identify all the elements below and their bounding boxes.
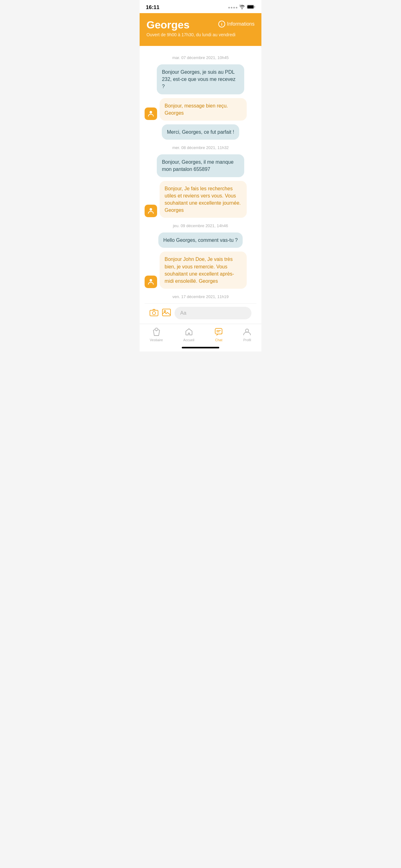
svg-point-6 xyxy=(153,312,156,315)
svg-point-10 xyxy=(245,329,248,332)
status-bar: 16:11 xyxy=(140,0,261,13)
accueil-icon xyxy=(185,328,193,337)
agent-avatar xyxy=(144,107,157,120)
agent-avatar xyxy=(144,205,157,217)
svg-rect-1 xyxy=(247,5,254,8)
message-input[interactable] xyxy=(175,307,252,319)
profil-icon xyxy=(243,328,251,337)
nav-vestiaire[interactable]: Vestiaire xyxy=(145,327,168,343)
date-separator: jeu. 09 décembre 2021, 14h46 xyxy=(144,223,257,228)
info-circle-icon: i xyxy=(218,21,225,28)
agent-message: Bonjour, Je fais les recherches utiles e… xyxy=(160,181,247,218)
user-message: Merci, Georges, ce fut parfait ! xyxy=(162,124,239,140)
signal-icon xyxy=(228,7,237,8)
chat-icon xyxy=(214,328,223,337)
svg-rect-9 xyxy=(215,329,222,334)
chat-area: mar. 07 décembre 2021, 10h45Bonjour Geor… xyxy=(140,42,261,324)
message-row: Bonjour, Georges, il me manque mon panta… xyxy=(144,154,257,177)
info-label: Informations xyxy=(227,21,255,27)
contact-subtitle: Ouvert de 9h00 à 17h30, du lundi au vend… xyxy=(146,32,255,37)
bottom-nav: Vestiaire Accueil Chat Profil xyxy=(140,324,261,344)
agent-avatar xyxy=(144,276,157,288)
agent-message: Bonjour John Doe, Je vais très bien, je … xyxy=(160,251,247,289)
date-separator: mar. 07 décembre 2021, 10h45 xyxy=(144,55,257,60)
nav-accueil-label: Accueil xyxy=(183,338,194,342)
image-button[interactable] xyxy=(162,309,171,317)
user-message: Hello Georges, comment vas-tu ? xyxy=(158,232,243,248)
date-separator: ven. 17 décembre 2021, 11h19 xyxy=(144,294,257,299)
message-row: Bonjour, Je fais les recherches utiles e… xyxy=(144,181,257,218)
camera-button[interactable] xyxy=(149,309,158,317)
message-row: Hello Georges, comment vas-tu ? xyxy=(144,232,257,248)
message-row: Merci, Georges, ce fut parfait ! xyxy=(144,124,257,140)
nav-chat-label: Chat xyxy=(215,338,222,342)
nav-accueil[interactable]: Accueil xyxy=(178,327,199,343)
status-time: 16:11 xyxy=(146,4,159,11)
message-row: Bonjour John Doe, Je vais très bien, je … xyxy=(144,251,257,289)
svg-rect-2 xyxy=(149,115,152,115)
user-message: Bonjour, Georges, il me manque mon panta… xyxy=(157,154,244,177)
info-button[interactable]: i Informations xyxy=(218,21,255,28)
wifi-icon xyxy=(239,5,245,10)
input-bar xyxy=(144,303,257,324)
vestiaire-icon xyxy=(153,328,161,337)
contact-name: Georges xyxy=(146,19,190,31)
message-row: Bonjour Georges, je suis au PDL 232, est… xyxy=(144,64,257,94)
nav-vestiaire-label: Vestiaire xyxy=(150,338,163,342)
date-separator: mer. 08 décembre 2021, 11h32 xyxy=(144,145,257,150)
svg-rect-7 xyxy=(162,309,170,316)
status-icons xyxy=(228,5,255,10)
chat-header: Georges i Informations Ouvert de 9h00 à … xyxy=(140,13,261,46)
nav-chat[interactable]: Chat xyxy=(209,327,228,343)
svg-rect-5 xyxy=(150,310,158,316)
agent-message: Bonjour, message bien reçu. Georges xyxy=(160,98,247,121)
svg-rect-4 xyxy=(149,283,152,283)
battery-icon xyxy=(247,5,255,10)
nav-profil-label: Profil xyxy=(243,338,251,342)
svg-rect-3 xyxy=(149,212,152,212)
user-message: Bonjour Georges, je suis au PDL 232, est… xyxy=(157,64,244,94)
home-indicator xyxy=(140,344,261,351)
nav-profil[interactable]: Profil xyxy=(238,327,256,343)
message-row: Bonjour, message bien reçu. Georges xyxy=(144,98,257,121)
svg-point-8 xyxy=(164,311,166,312)
